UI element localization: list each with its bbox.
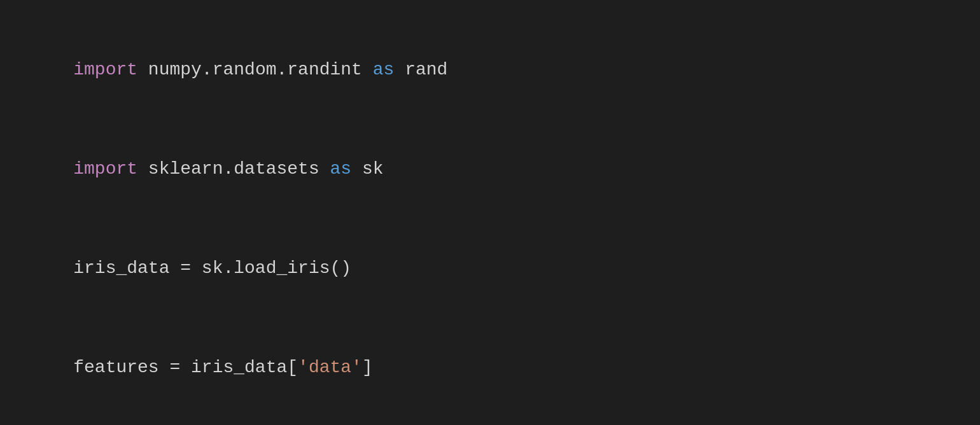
keyword-as-2: as (330, 159, 352, 179)
code-line-4: features = iris_data['data'] (31, 318, 949, 417)
code-line-2: import sklearn.datasets as sk (31, 120, 949, 219)
features-var: features = iris_data[ (73, 358, 298, 377)
keyword-import-2: import (73, 159, 137, 179)
keyword-import-1: import (73, 60, 137, 80)
module-sklearn: sklearn.datasets (137, 159, 330, 179)
alias-sk: sk (351, 159, 383, 179)
code-line-1: import numpy.random.randint as rand (31, 20, 949, 120)
keyword-as-1: as (373, 60, 395, 80)
module-numpy: numpy.random.randint (137, 60, 373, 80)
string-data: 'data' (298, 358, 362, 377)
iris-data-assign: iris_data = sk.load_iris() (73, 258, 351, 278)
code-line-5: targets = iris_data['target'] (31, 417, 949, 425)
alias-rand: rand (394, 60, 447, 80)
code-line-3: iris_data = sk.load_iris() (31, 219, 949, 318)
code-editor[interactable]: import numpy.random.randint as rand impo… (0, 0, 980, 425)
bracket-close-4: ] (362, 358, 373, 377)
